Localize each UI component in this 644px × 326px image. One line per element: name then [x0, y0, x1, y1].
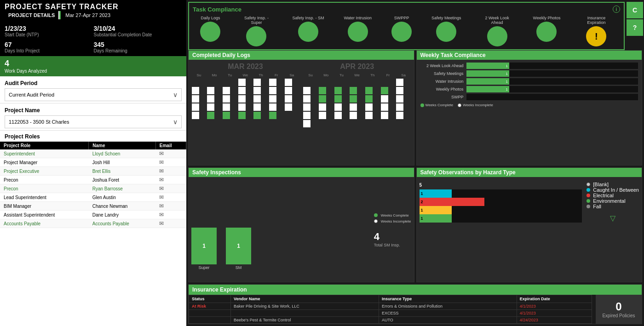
role-cell[interactable]: Precon [0, 184, 89, 193]
calendar-day [303, 103, 310, 111]
obs-legend: [Blank]Caught In / BetweenElectricalEnvi… [586, 182, 639, 209]
calendar-empty-day [381, 79, 388, 86]
task-compliance-info-icon[interactable]: i [613, 6, 620, 13]
email-icon[interactable]: ✉ [155, 167, 186, 176]
obs-bar-inner: 2 [420, 198, 485, 206]
insurance-info-icon[interactable]: i [631, 286, 638, 293]
calendar-day-header: Tu [222, 73, 237, 78]
name-cell: Dane Landry [89, 211, 156, 219]
obs-bar-row: 1 [420, 214, 582, 223]
calendar-day [223, 87, 230, 94]
calendar-day [303, 120, 310, 127]
email-icon[interactable]: ✉ [155, 202, 186, 211]
calendar-day [285, 95, 292, 103]
wtc-bar-container: 1 [466, 70, 638, 77]
wtc-bar: 1 [466, 86, 509, 92]
calendar-day [238, 112, 246, 119]
wtc-row: Water Intrusion1 [420, 78, 638, 85]
calendar-day [334, 95, 342, 103]
compliance-circle [436, 22, 456, 42]
email-icon[interactable]: ✉ [155, 149, 186, 158]
calendar-grid: SuMoTuWeThFrSa [191, 73, 299, 119]
calendar-day [269, 95, 276, 103]
bottom-panels: Completed Daily Logs MAR 2023SuMoTuWeThF… [186, 50, 644, 326]
obs-legend-item: Fall [586, 204, 639, 209]
role-cell[interactable]: Superintendent [0, 149, 89, 158]
compliance-circle [487, 26, 507, 46]
obs-bar-row: 1 [420, 206, 582, 214]
compliance-circle-item: Weekly Photos [533, 16, 561, 42]
calendar-day-header: Sa [284, 73, 299, 78]
calendar-day [192, 112, 199, 119]
calendar-day [253, 95, 261, 103]
role-cell[interactable]: Accounts Payable [0, 219, 89, 228]
calendar-day [223, 103, 230, 111]
role-cell: Lead Superintendent [0, 193, 89, 202]
calendar-empty-day [365, 79, 373, 86]
obs-legend-dot [586, 199, 590, 203]
email-icon[interactable]: ✉ [155, 211, 186, 219]
wtc-row-label: Water Intrusion [420, 79, 466, 84]
numbers-grid: 67 Days Into Project 345 Days Remaining [0, 39, 186, 56]
email-icon[interactable]: ✉ [155, 158, 186, 167]
project-name-title: Project Name [5, 107, 182, 114]
daily-logs-title: Completed Daily Logs [192, 52, 250, 58]
calendar-day-header: Su [303, 73, 318, 78]
completion-date-label: Substantial Completion Date [94, 32, 182, 37]
expired-count: 0 [615, 300, 621, 313]
calendar-day [350, 112, 357, 119]
left-panel: PROJECT SAFETY TRACKER PROJECT DETAILS M… [0, 0, 186, 326]
insp-total-value: 4 [374, 231, 411, 243]
top-area: Task Compliance i Daily LogsSafety Insp.… [186, 0, 644, 50]
wtc-legend: Weeks CompleteWeeks Incomplete [420, 103, 638, 107]
right-panel: Task Compliance i Daily LogsSafety Insp.… [186, 0, 644, 326]
name-cell: Chance Newman [89, 202, 156, 211]
calendar-day [238, 79, 246, 86]
calendar-day-header: Fr [380, 73, 396, 78]
name-cell: Josh Hill [89, 158, 156, 167]
role-cell[interactable]: Project Executive [0, 167, 89, 176]
project-name-value: 1122053 - 3500 St Charles [9, 119, 69, 125]
c-button[interactable]: C [627, 2, 643, 18]
email-icon[interactable]: ✉ [155, 193, 186, 202]
ins-expiration-cell: 4/24/2023 [517, 317, 592, 324]
audit-period-dropdown[interactable]: Current Audit Period ∨ [5, 88, 182, 101]
calendar-day-header: Mo [318, 73, 334, 78]
roles-table: Project Role Name Email SuperintendentLl… [0, 142, 186, 228]
calendar-day [396, 103, 403, 111]
wtc-row-label: Safety Meetings [420, 71, 466, 76]
wtc-row: 2 Week Look Ahead1 [420, 63, 638, 69]
ins-vendor-cell: Beebe's Pest & Termite Control [230, 317, 379, 324]
compliance-circle [200, 22, 220, 42]
obs-bar-bg: 1 [420, 206, 582, 214]
ins-vendor-cell: Baker Pile Driving & Site Work, LLC [230, 303, 379, 310]
work-days-label: Work Days Analyzed [5, 69, 182, 74]
compliance-circle-item: Daily Logs [200, 16, 220, 42]
calendar-day [192, 103, 199, 111]
calendar-day [269, 87, 276, 94]
ins-status-cell [189, 310, 231, 317]
calendar-day [381, 87, 388, 94]
calendar-month-title: MAR 2023 [191, 63, 299, 71]
question-button[interactable]: ? [627, 19, 643, 36]
project-name-dropdown[interactable]: 1122053 - 3500 St Charles ∨ [5, 115, 182, 128]
expired-label: Expired Policies [602, 313, 635, 318]
obs-legend-label: Fall [593, 204, 601, 209]
obs-bar-inner: 1 [420, 214, 452, 223]
compliance-label: SWPPP [394, 16, 409, 20]
safety-bar-chart: 1Super1SM [191, 180, 366, 280]
obs-legend-item: Caught In / Between [586, 187, 639, 193]
calendar-day [319, 87, 326, 94]
calendar-empty-day [207, 79, 214, 86]
calendar-day [334, 112, 342, 119]
email-icon[interactable]: ✉ [155, 219, 186, 228]
email-icon[interactable]: ✉ [155, 176, 186, 184]
calendar-day-header: Sa [396, 73, 411, 78]
email-icon[interactable]: ✉ [155, 184, 186, 193]
insp-legend-complete: Weeks Complete [381, 213, 409, 217]
insurance-header: Insurance Expiration i [189, 285, 642, 295]
start-date-block: 1/23/23 Start Date (NTP) [5, 25, 93, 37]
calendar-day [319, 95, 326, 103]
ins-expiration-cell: 4/1/2023 [517, 310, 592, 317]
calendar-day-header: Mo [207, 73, 222, 78]
